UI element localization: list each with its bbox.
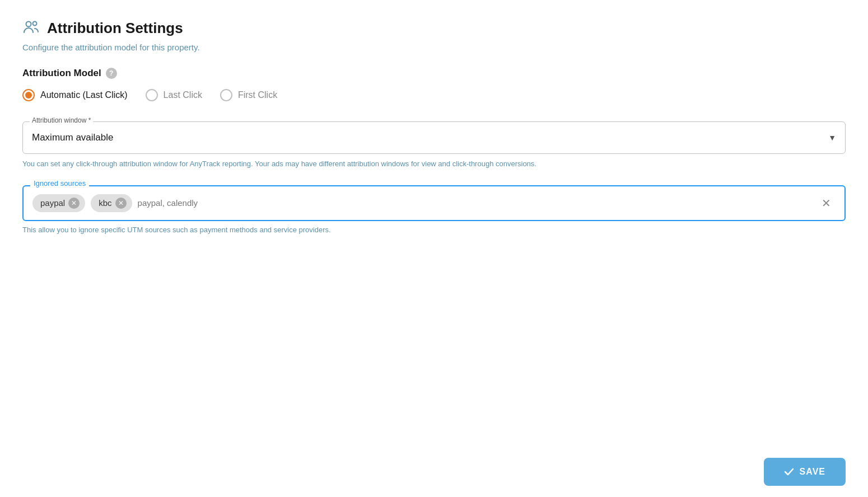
radio-label-first-click: First Click <box>238 90 277 100</box>
page-header: Attribution Settings <box>22 18 846 38</box>
ignored-sources-legend: Ignored sources <box>30 179 89 187</box>
tag-kbc-label: kbc <box>99 198 111 208</box>
radio-automatic[interactable]: Automatic (Last Click) <box>22 89 128 101</box>
radio-circle-automatic <box>22 89 35 101</box>
svg-point-1 <box>33 22 37 26</box>
check-icon <box>784 467 794 477</box>
users-icon <box>22 18 40 38</box>
tag-paypal: paypal ✕ <box>32 194 85 212</box>
page-subtitle: Configure the attribution model for this… <box>22 43 846 52</box>
footer: SAVE <box>0 447 868 497</box>
radio-label-automatic: Automatic (Last Click) <box>40 90 128 100</box>
tag-kbc: kbc ✕ <box>91 194 132 212</box>
attribution-window-value[interactable]: Maximum available <box>23 122 845 153</box>
attribution-window-select[interactable]: Attribution window * Maximum available ▼ <box>22 121 846 154</box>
radio-group: Automatic (Last Click) Last Click First … <box>22 89 846 101</box>
tag-paypal-remove[interactable]: ✕ <box>68 198 80 209</box>
attribution-model-label: Attribution Model ? <box>22 68 846 79</box>
radio-label-last-click: Last Click <box>164 90 202 100</box>
radio-first-click[interactable]: First Click <box>220 89 277 101</box>
radio-circle-last-click <box>146 89 158 101</box>
clear-all-button[interactable]: ✕ <box>817 194 836 212</box>
radio-last-click[interactable]: Last Click <box>146 89 202 101</box>
attribution-window-help: You can set any click-through attributio… <box>22 158 846 170</box>
save-button[interactable]: SAVE <box>764 458 846 486</box>
page-title: Attribution Settings <box>47 20 183 37</box>
attribution-window-field: Attribution window * Maximum available ▼… <box>22 121 846 170</box>
svg-point-0 <box>26 22 31 27</box>
tag-paypal-label: paypal <box>40 198 65 208</box>
radio-circle-first-click <box>220 89 232 101</box>
ignored-sources-section: Ignored sources paypal ✕ kbc ✕ ✕ This al… <box>22 185 846 234</box>
ignored-sources-box[interactable]: paypal ✕ kbc ✕ ✕ <box>22 185 846 221</box>
attribution-window-label: Attribution window * <box>30 116 93 124</box>
ignored-sources-help: This allow you to ignore specific UTM so… <box>22 226 846 234</box>
help-icon[interactable]: ? <box>106 68 117 79</box>
tag-kbc-remove[interactable]: ✕ <box>115 198 127 209</box>
ignored-sources-input[interactable] <box>138 198 811 208</box>
